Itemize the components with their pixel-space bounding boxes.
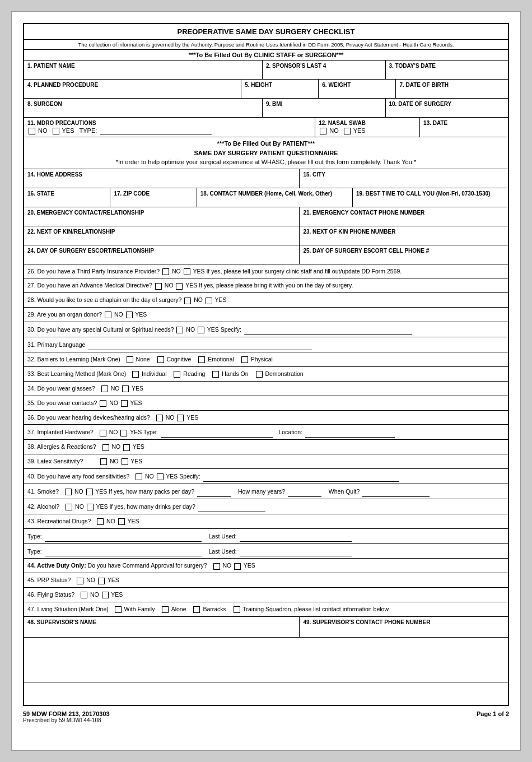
planned-procedure-input[interactable]: [27, 89, 237, 96]
mdro-type-field[interactable]: [100, 127, 212, 134]
mdro-no-checkbox[interactable]: [29, 128, 35, 134]
q40-yes-checkbox[interactable]: [157, 473, 164, 480]
q36-no-checkbox[interactable]: [156, 415, 163, 421]
q46-no-checkbox[interactable]: [81, 592, 87, 598]
mdro-date-input[interactable]: [423, 127, 505, 134]
q30-specify-field[interactable]: [244, 324, 412, 335]
q45-no-checkbox[interactable]: [77, 578, 83, 584]
q41-yes-checkbox[interactable]: [86, 489, 93, 495]
q47-alone-checkbox[interactable]: [162, 606, 169, 613]
q34-yes-checkbox[interactable]: [122, 385, 129, 392]
q44-yes-checkbox[interactable]: [234, 563, 241, 570]
nok-input[interactable]: [27, 236, 296, 243]
nasal-swab-no-label: NO: [329, 127, 339, 134]
q32-none-checkbox[interactable]: [127, 356, 133, 363]
q33-hands-on-checkbox[interactable]: [212, 371, 219, 378]
q41-packs-field[interactable]: [197, 486, 231, 497]
best-time-input[interactable]: [356, 198, 505, 205]
weight-input[interactable]: [322, 89, 392, 96]
q41-no-checkbox[interactable]: [65, 489, 72, 495]
date-of-surgery-input[interactable]: [389, 108, 505, 115]
q44-no-checkbox[interactable]: [213, 563, 220, 570]
q39-yes-checkbox[interactable]: [122, 458, 128, 465]
patient-name-input[interactable]: [27, 70, 259, 77]
sponsor-last4-input[interactable]: [266, 70, 382, 77]
q46-yes-checkbox[interactable]: [102, 592, 109, 598]
best-time-cell: 19. BEST TIME TO CALL YOU (Mon-Fri, 0730…: [353, 188, 508, 207]
q29-no-checkbox[interactable]: [105, 312, 111, 318]
q43-type1-field[interactable]: [45, 531, 202, 542]
nasal-swab-no-checkbox[interactable]: [320, 128, 326, 134]
q47-with-family-checkbox[interactable]: [115, 606, 122, 613]
escort-phone-input[interactable]: [303, 255, 505, 262]
q36-yes-checkbox[interactable]: [177, 415, 184, 421]
q35-no-checkbox[interactable]: [100, 400, 106, 407]
q40-no-checkbox[interactable]: [136, 473, 142, 480]
q32-emotional-checkbox[interactable]: [198, 356, 205, 363]
q43-no-checkbox[interactable]: [97, 518, 104, 525]
q41-years-field[interactable]: [288, 486, 321, 497]
mdro-no-label: NO: [38, 127, 48, 134]
mdro-yes-checkbox[interactable]: [53, 128, 59, 134]
q36-text: 36. Do you wear hearing devices/hearing …: [27, 414, 150, 421]
home-address-input[interactable]: [27, 179, 296, 185]
q31-field[interactable]: [88, 339, 312, 350]
q39-no-checkbox[interactable]: [100, 458, 107, 465]
height-input[interactable]: [245, 89, 315, 96]
q28-row: 28. Would you like to see a chaplain on …: [24, 293, 508, 308]
zip-input[interactable]: [114, 198, 193, 205]
q45-yes-checkbox[interactable]: [98, 578, 105, 584]
city-input[interactable]: [303, 179, 505, 185]
q28-no-checkbox[interactable]: [184, 298, 191, 304]
q26-yes-checkbox[interactable]: [184, 268, 190, 275]
q42-no-checkbox[interactable]: [66, 504, 72, 510]
nok-phone-input[interactable]: [303, 236, 505, 243]
q34-no-checkbox[interactable]: [101, 385, 108, 392]
q38-yes-checkbox[interactable]: [123, 444, 130, 451]
q27-yes-checkbox[interactable]: [176, 283, 183, 290]
q30-yes-checkbox[interactable]: [198, 327, 204, 333]
nasal-swab-yes-checkbox[interactable]: [344, 128, 351, 134]
bmi-input[interactable]: [266, 108, 382, 115]
q41-quit-field[interactable]: [362, 486, 430, 497]
q29-yes-checkbox[interactable]: [126, 312, 133, 318]
q30-no-checkbox[interactable]: [176, 327, 183, 333]
surgeon-input[interactable]: [27, 108, 259, 115]
q26-no-checkbox[interactable]: [162, 268, 169, 275]
q27-no-checkbox[interactable]: [155, 283, 162, 290]
q40-specify-field[interactable]: [203, 471, 399, 482]
q45-row: 45. PRP Status? NO YES: [24, 573, 508, 588]
q28-yes-checkbox[interactable]: [206, 298, 212, 304]
q37-type-field[interactable]: [161, 426, 273, 438]
q33-reading-checkbox[interactable]: [174, 371, 180, 378]
contact-number-input[interactable]: [200, 198, 349, 205]
escort-input[interactable]: [27, 255, 296, 262]
q32-physical-checkbox[interactable]: [241, 356, 248, 363]
q33-individual-checkbox[interactable]: [132, 371, 139, 378]
q37-yes-checkbox[interactable]: [120, 430, 127, 436]
q43-yes-checkbox[interactable]: [118, 518, 125, 525]
state-input[interactable]: [27, 198, 106, 205]
q33-demonstration-checkbox[interactable]: [256, 371, 263, 378]
q32-cognitive-checkbox[interactable]: [157, 356, 164, 363]
q47-training-checkbox[interactable]: [234, 606, 240, 613]
weight-label: 6. WEIGHT: [322, 82, 392, 88]
q43-type2-field[interactable]: [45, 546, 202, 557]
q37-location-field[interactable]: [305, 426, 395, 438]
q38-no-checkbox[interactable]: [102, 444, 109, 451]
emergency-phone-input[interactable]: [303, 217, 505, 224]
todays-date-input[interactable]: [389, 70, 505, 77]
planned-procedure-label: 4. PLANNED PROCEDURE: [27, 82, 237, 88]
q42-drinks-field[interactable]: [198, 501, 265, 512]
supervisor-name-input[interactable]: [27, 626, 296, 633]
q43-last-used2-field[interactable]: [240, 546, 352, 557]
emergency-contact-input[interactable]: [27, 217, 296, 224]
q42-yes-checkbox[interactable]: [87, 504, 94, 510]
supervisor-phone-input[interactable]: [303, 626, 505, 633]
q33-reading-label: Reading: [183, 370, 205, 377]
q43-last-used1-field[interactable]: [240, 531, 352, 542]
q35-yes-checkbox[interactable]: [121, 400, 128, 407]
dob-input[interactable]: [399, 89, 505, 96]
q47-barracks-checkbox[interactable]: [193, 606, 200, 613]
q37-no-checkbox[interactable]: [100, 430, 106, 436]
